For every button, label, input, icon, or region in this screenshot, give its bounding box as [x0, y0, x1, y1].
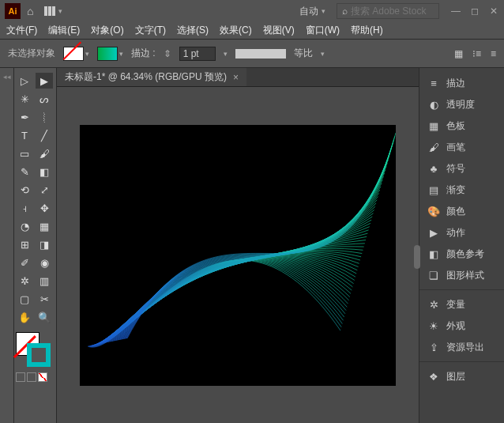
panel-menu-icon[interactable]: ≡	[491, 48, 496, 59]
pen-tool[interactable]: ✒	[16, 109, 33, 125]
lasso-tool[interactable]: ᔕ	[36, 91, 53, 107]
panel-label: 颜色	[446, 205, 465, 218]
panel-icon: ❖	[427, 371, 440, 383]
panel-label: 图层	[446, 370, 465, 383]
workspace-layout[interactable]: ▾	[39, 5, 67, 17]
panel-label: 图形样式	[446, 269, 484, 282]
menu-file[interactable]: 文件(F)	[6, 24, 37, 37]
panel-icon: ◧	[427, 248, 440, 261]
uniform-label: 等比	[294, 47, 313, 60]
menu-effect[interactable]: 效果(C)	[220, 24, 252, 37]
symbol-sprayer-tool[interactable]: ✲	[16, 273, 33, 289]
menu-object[interactable]: 对象(O)	[91, 24, 123, 37]
menu-type[interactable]: 文字(T)	[135, 24, 166, 37]
menu-bar: 文件(F) 编辑(E) 对象(O) 文字(T) 选择(S) 效果(C) 视图(V…	[0, 22, 504, 40]
panel-变量[interactable]: ✲变量	[419, 289, 504, 315]
selection-tool[interactable]: ▷	[16, 73, 33, 89]
eraser-tool[interactable]: ◧	[36, 164, 53, 179]
panel-label: 外观	[446, 319, 465, 333]
scale-tool[interactable]: ⤢	[36, 182, 53, 198]
rectangle-tool[interactable]: ▭	[16, 145, 33, 161]
panel-符号[interactable]: ♣符号	[419, 158, 504, 179]
menu-window[interactable]: 窗口(W)	[306, 24, 340, 37]
panel-label: 变量	[446, 298, 465, 312]
panel-颜色参考[interactable]: ◧颜色参考	[419, 244, 504, 265]
menu-help[interactable]: 帮助(H)	[351, 24, 383, 37]
stroke-profile[interactable]	[235, 49, 286, 59]
none-mode[interactable]	[38, 372, 47, 382]
app-icon: Ai	[5, 3, 21, 19]
free-transform-tool[interactable]: ✥	[36, 200, 53, 216]
graph-tool[interactable]: ▥	[36, 273, 53, 289]
scroll-thumb[interactable]	[414, 245, 420, 269]
hand-tool[interactable]: ✋	[16, 309, 33, 325]
search-input[interactable]	[351, 6, 434, 17]
panels-dock: ≡描边◐透明度▦色板🖌画笔♣符号▤渐变🎨颜色▶动作◧颜色参考❏图形样式✲变量☀外…	[419, 68, 504, 423]
panel-资源导出[interactable]: ⇪资源导出	[419, 337, 504, 358]
gradient-tool[interactable]: ◨	[36, 236, 53, 252]
direct-selection-tool[interactable]: ▶	[36, 73, 53, 89]
mesh-tool[interactable]: ⊞	[16, 236, 33, 252]
stroke-swatch[interactable]	[97, 47, 118, 61]
control-bar: 未选择对象 ▾ ▾ 描边 : ⇕ 1 pt ▾ 等比 ▾ ▦ ⁝≡ ≡	[0, 40, 504, 68]
tab-close-icon[interactable]: ×	[233, 72, 239, 83]
minimize-button[interactable]: —	[450, 6, 461, 17]
paintbrush-tool[interactable]: 🖌	[36, 145, 53, 161]
collapse-icon[interactable]: ◂◂	[3, 73, 11, 81]
fill-stroke-control[interactable]	[16, 332, 51, 367]
curvature-tool[interactable]: ⦚	[36, 109, 53, 125]
panel-icon: ☀	[427, 320, 440, 333]
menu-edit[interactable]: 编辑(E)	[48, 24, 80, 37]
stock-search[interactable]: ⌕	[337, 3, 439, 19]
color-mode[interactable]	[16, 372, 25, 382]
distribute-icon[interactable]: ⁝≡	[472, 48, 481, 59]
panel-画笔[interactable]: 🖌画笔	[419, 137, 504, 158]
dock-strip: ◂◂	[0, 68, 14, 423]
workspace-select[interactable]: 自动 ▾	[295, 3, 330, 20]
search-icon: ⌕	[342, 6, 348, 17]
canvas[interactable]	[57, 87, 419, 423]
panel-icon: ⇪	[427, 342, 440, 354]
panel-icon: ▶	[427, 227, 440, 240]
stroke-value[interactable]: 1 pt	[179, 47, 216, 61]
shape-builder-tool[interactable]: ◔	[16, 218, 33, 234]
panel-label: 色板	[446, 119, 465, 133]
panel-icon: ✲	[427, 299, 440, 312]
artboard-tool[interactable]: ▢	[16, 291, 33, 307]
eyedropper-tool[interactable]: ✐	[16, 255, 33, 270]
stroke-box[interactable]	[27, 343, 51, 367]
panel-label: 符号	[446, 162, 465, 176]
panel-色板[interactable]: ▦色板	[419, 115, 504, 137]
magic-wand-tool[interactable]: ✳	[16, 91, 33, 107]
panel-描边[interactable]: ≡描边	[419, 73, 504, 94]
slice-tool[interactable]: ✂	[36, 291, 53, 307]
panel-图层[interactable]: ❖图层	[419, 361, 504, 387]
line-tool[interactable]: ╱	[36, 127, 53, 143]
panel-透明度[interactable]: ◐透明度	[419, 94, 504, 115]
width-tool[interactable]: ⫞	[16, 200, 33, 216]
panel-动作[interactable]: ▶动作	[419, 222, 504, 244]
panel-label: 资源导出	[446, 341, 484, 354]
document-tab[interactable]: 未标题-1* @ 64.34% (RGB/GPU 预览) ×	[57, 68, 246, 86]
panel-颜色[interactable]: 🎨颜色	[419, 201, 504, 222]
fill-swatch[interactable]	[63, 47, 84, 61]
pencil-tool[interactable]: ✎	[16, 164, 33, 179]
perspective-tool[interactable]: ▦	[36, 218, 53, 234]
panel-icon: ❏	[427, 270, 440, 282]
stroke-stepper[interactable]: ⇕	[164, 48, 171, 59]
panel-外观[interactable]: ☀外观	[419, 315, 504, 337]
panel-图形样式[interactable]: ❏图形样式	[419, 265, 504, 286]
panel-渐变[interactable]: ▤渐变	[419, 179, 504, 201]
menu-select[interactable]: 选择(S)	[177, 24, 209, 37]
panel-label: 画笔	[446, 141, 465, 154]
rotate-tool[interactable]: ⟲	[16, 182, 33, 198]
zoom-tool[interactable]: 🔍	[36, 309, 53, 325]
type-tool[interactable]: T	[16, 127, 33, 143]
gradient-mode[interactable]	[27, 372, 36, 382]
menu-view[interactable]: 视图(V)	[263, 24, 295, 37]
align-icon[interactable]: ▦	[454, 48, 463, 59]
maximize-button[interactable]: ◻	[469, 6, 480, 17]
close-button[interactable]: ✕	[488, 6, 499, 17]
blend-tool[interactable]: ◉	[36, 255, 53, 270]
home-icon[interactable]: ⌂	[27, 5, 33, 17]
